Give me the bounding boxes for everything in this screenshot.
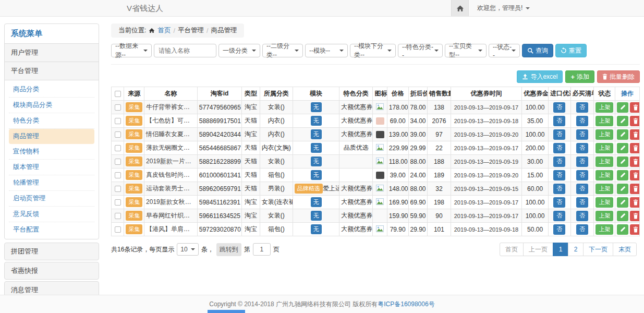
must-buy-toggle[interactable]: 否 (576, 116, 588, 126)
status-toggle[interactable]: 上架 (596, 102, 613, 113)
name-search-input[interactable] (154, 44, 216, 57)
sidebar-item-版本管理[interactable]: 版本管理 (9, 160, 94, 175)
import-select-toggle[interactable]: 否 (553, 170, 565, 180)
edit-button[interactable] (617, 102, 628, 113)
user-menu[interactable]: 欢迎您，管理员! (477, 4, 530, 13)
icp-link[interactable]: 粤ICP备16098006号 (378, 300, 434, 309)
edit-button[interactable] (617, 116, 628, 126)
import-select-toggle[interactable]: 否 (553, 143, 565, 153)
row-checkbox[interactable] (115, 145, 121, 151)
status-toggle[interactable]: 上架 (596, 197, 613, 208)
edit-button[interactable] (617, 156, 628, 167)
row-checkbox[interactable] (115, 172, 121, 178)
edit-button[interactable] (617, 170, 628, 180)
reset-button[interactable]: 重置 (555, 44, 587, 57)
import-excel-button[interactable]: 导入excel (517, 70, 563, 83)
import-select-toggle[interactable]: 否 (553, 102, 565, 113)
must-buy-toggle[interactable]: 否 (576, 224, 588, 235)
home-button[interactable] (451, 0, 469, 16)
delete-button[interactable] (630, 184, 639, 194)
must-buy-toggle[interactable]: 否 (576, 170, 588, 180)
page-number-input[interactable] (253, 243, 271, 256)
must-buy-toggle[interactable]: 否 (576, 197, 588, 208)
delete-button[interactable] (630, 102, 639, 113)
status-toggle[interactable]: 上架 (596, 224, 613, 235)
must-buy-toggle[interactable]: 否 (576, 184, 588, 194)
sidebar-section-拼团管理[interactable]: 拼团管理 (4, 243, 99, 260)
sidebar-item-商品分类[interactable]: 商品分类 (9, 82, 94, 98)
add-button[interactable]: + 添加 (565, 70, 594, 83)
delete-button[interactable] (630, 156, 639, 167)
filter-select-feature-category[interactable]: --特色分类-- (398, 44, 443, 57)
sidebar-item-平台配置[interactable]: 平台配置 (9, 222, 94, 237)
import-select-toggle[interactable]: 否 (553, 211, 565, 221)
sidebar-section-平台管理[interactable]: 平台管理 (5, 62, 99, 80)
row-checkbox[interactable] (115, 118, 121, 124)
edit-button[interactable] (617, 129, 628, 140)
filter-select-item-type[interactable]: --宝贝类型-- (445, 44, 487, 57)
import-select-toggle[interactable]: 否 (553, 224, 565, 235)
edit-button[interactable] (617, 197, 628, 208)
row-checkbox[interactable] (115, 104, 121, 111)
must-buy-toggle[interactable]: 否 (576, 156, 588, 167)
import-select-toggle[interactable]: 否 (553, 116, 565, 126)
delete-button[interactable] (630, 197, 639, 208)
import-select-toggle[interactable]: 否 (553, 197, 565, 208)
sidebar-section-省惠快报[interactable]: 省惠快报 (4, 262, 99, 280)
delete-button[interactable] (630, 116, 639, 126)
row-checkbox[interactable] (115, 213, 121, 219)
delete-button[interactable] (630, 170, 639, 180)
import-select-toggle[interactable]: 否 (553, 156, 565, 167)
filter-select-second-category[interactable]: --二级分类-- (262, 44, 303, 57)
delete-button[interactable] (630, 129, 639, 140)
must-buy-toggle[interactable]: 否 (576, 129, 588, 140)
import-select-toggle[interactable]: 否 (553, 129, 565, 140)
row-checkbox[interactable] (115, 226, 121, 233)
page-button-末页[interactable]: 末页 (613, 243, 637, 256)
delete-button[interactable] (630, 143, 639, 153)
status-toggle[interactable]: 上架 (596, 170, 613, 180)
sidebar-item-意见反馈[interactable]: 意见反馈 (9, 207, 94, 222)
must-buy-toggle[interactable]: 否 (576, 211, 588, 221)
status-toggle[interactable]: 上架 (596, 143, 613, 153)
search-button[interactable]: 查询 (522, 44, 553, 57)
sidebar-item-特色分类[interactable]: 特色分类 (9, 113, 94, 129)
sidebar-item-商品管理[interactable]: 商品管理 (9, 129, 94, 144)
must-buy-toggle[interactable]: 否 (576, 102, 588, 113)
breadcrumb-home-link[interactable]: 首页 (157, 26, 171, 35)
batch-delete-button[interactable]: 批量删除 (597, 70, 640, 83)
filter-select-data-source[interactable]: --数据来源-- (111, 44, 152, 57)
sidebar-item-轮播管理[interactable]: 轮播管理 (9, 175, 94, 191)
sidebar-item-启动页管理[interactable]: 启动页管理 (9, 191, 94, 207)
page-button-上一页[interactable]: 上一页 (523, 243, 553, 256)
filter-select-module[interactable]: --模块-- (305, 44, 348, 57)
status-toggle[interactable]: 上架 (596, 184, 613, 194)
page-button-下一页[interactable]: 下一页 (583, 243, 613, 256)
edit-button[interactable] (617, 184, 628, 194)
row-checkbox[interactable] (115, 131, 121, 138)
must-buy-toggle[interactable]: 否 (576, 143, 588, 153)
jump-button[interactable]: 跳转到 (216, 243, 241, 256)
import-select-toggle[interactable]: 否 (553, 184, 565, 194)
page-button-2[interactable]: 2 (568, 243, 584, 256)
row-checkbox[interactable] (115, 199, 121, 206)
status-toggle[interactable]: 上架 (596, 156, 613, 167)
filter-select-first-category[interactable]: 一级分类 (218, 44, 260, 57)
page-button-首页[interactable]: 首页 (500, 243, 524, 256)
status-toggle[interactable]: 上架 (596, 116, 613, 126)
row-checkbox[interactable] (115, 159, 121, 165)
status-toggle[interactable]: 上架 (596, 129, 613, 140)
per-page-select[interactable]: 10 (177, 243, 198, 256)
edit-button[interactable] (617, 224, 628, 235)
sidebar-section-用户管理[interactable]: 用户管理 (5, 43, 99, 62)
status-toggle[interactable]: 上架 (596, 211, 613, 221)
edit-button[interactable] (617, 143, 628, 153)
sidebar-item-模块商品分类[interactable]: 模块商品分类 (9, 98, 94, 113)
edit-button[interactable] (617, 211, 628, 221)
delete-button[interactable] (630, 211, 639, 221)
filter-select-module-subcategory[interactable]: --模块下分类-- (350, 44, 396, 57)
row-checkbox[interactable] (115, 186, 121, 192)
sidebar-item-宣传物料[interactable]: 宣传物料 (9, 144, 94, 160)
delete-button[interactable] (630, 224, 639, 235)
page-button-1[interactable]: 1 (553, 243, 568, 256)
